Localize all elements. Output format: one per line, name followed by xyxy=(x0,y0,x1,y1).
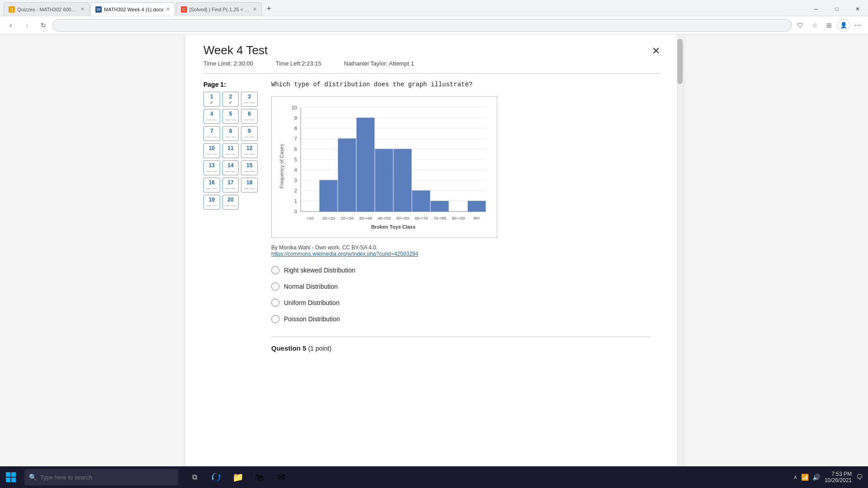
svg-text:9: 9 xyxy=(294,115,297,121)
taskbar-time: 7:53 PM xyxy=(831,471,852,477)
option-label-opt4: Poisson Distribution xyxy=(284,315,340,323)
nav-item-14[interactable]: 14— — xyxy=(222,160,239,175)
svg-text:3: 3 xyxy=(294,178,297,183)
nav-item-3[interactable]: 3— — xyxy=(241,92,258,107)
svg-rect-29 xyxy=(394,149,411,211)
quiz-close-button[interactable]: ✕ xyxy=(652,45,660,57)
svg-text:0: 0 xyxy=(294,209,297,214)
nav-item-20[interactable]: 20— — xyxy=(222,195,239,210)
network-icon[interactable]: 📶 xyxy=(801,474,809,481)
nav-item-number: 16 xyxy=(209,179,215,186)
minimize-button[interactable]: ─ xyxy=(806,2,826,16)
nav-item-status: — — xyxy=(244,169,255,174)
option-item-opt3[interactable]: Uniform Distribution xyxy=(271,299,651,307)
nav-item-12[interactable]: 12— — xyxy=(241,143,258,158)
quiz-modal: Week 4 Test ✕ Time Limit: 2:30:00 Time L… xyxy=(185,34,683,466)
shield-icon[interactable]: 🛡 xyxy=(794,19,807,32)
quiz-title: Week 4 Test xyxy=(203,43,268,57)
time-limit: Time Limit: 2:30:00 xyxy=(203,60,253,67)
nav-item-16[interactable]: 16— — xyxy=(203,178,220,192)
tab1-favicon: Q xyxy=(9,6,15,13)
tab3-label: [Solved] ) Find P(-1.25 < Z < 1. F... xyxy=(189,7,250,12)
tab2-close[interactable]: ✕ xyxy=(166,6,170,12)
address-bar[interactable]: https://myclassroom.apus.edu/d2l/lms/qui… xyxy=(52,19,792,32)
nav-item-11[interactable]: 11— — xyxy=(222,143,239,158)
nav-item-19[interactable]: 19— — xyxy=(203,195,220,210)
option-item-opt4[interactable]: Poisson Distribution xyxy=(271,315,651,323)
scrollbar-track[interactable] xyxy=(677,34,683,466)
option-item-opt1[interactable]: Right skewed Distribution xyxy=(271,266,651,274)
svg-text:8: 8 xyxy=(294,126,297,131)
tab-quizzes[interactable]: Q Quizzes - MATH302 8005 Fall 20... ✕ xyxy=(4,2,90,16)
taskbar-clock[interactable]: 7:53 PM 10/26/2021 xyxy=(825,471,852,483)
radio-opt4[interactable] xyxy=(271,315,279,323)
attribution-link[interactable]: https://commons.wikimedia.org/w/index.ph… xyxy=(271,251,418,257)
tab3-close[interactable]: ✕ xyxy=(253,6,257,12)
task-view-button[interactable]: ⧉ xyxy=(184,467,204,487)
edge-browser-taskbar[interactable] xyxy=(206,467,226,487)
menu-button[interactable]: ⋯ xyxy=(852,19,864,32)
start-button[interactable] xyxy=(0,466,22,488)
radio-opt1[interactable] xyxy=(271,266,279,274)
nav-item-4[interactable]: 4— — xyxy=(203,109,220,124)
windows-logo-icon xyxy=(6,472,16,482)
star-icon[interactable]: ☆ xyxy=(808,19,821,32)
svg-text:70-<80: 70-<80 xyxy=(434,216,446,221)
svg-rect-25 xyxy=(320,180,337,211)
search-input[interactable] xyxy=(40,474,174,481)
browser-tabs: Q Quizzes - MATH302 8005 Fall 20... ✕ W … xyxy=(0,2,806,16)
nav-item-status: — — xyxy=(244,100,255,105)
mail-taskbar[interactable]: ✉ xyxy=(271,467,291,487)
taskbar: 🔍 ⧉ 📁 🛍 ✉ ∧ 📶 🔊 7:53 PM 10/26/2021 🗨 xyxy=(0,466,868,488)
nav-item-9[interactable]: 9— — xyxy=(241,126,258,141)
nav-item-5[interactable]: 5— — xyxy=(222,109,239,124)
nav-item-status: — — xyxy=(226,169,236,174)
radio-opt2[interactable] xyxy=(271,282,279,291)
nav-item-13[interactable]: 13— — xyxy=(203,160,220,175)
taskbar-search-box[interactable]: 🔍 xyxy=(24,469,178,485)
new-tab-button[interactable]: + xyxy=(263,2,275,15)
main-content: Week 4 Test ✕ Time Limit: 2:30:00 Time L… xyxy=(0,34,868,466)
option-item-opt2[interactable]: Normal Distribution xyxy=(271,282,651,291)
svg-rect-32 xyxy=(468,201,486,211)
question5-label: Question 5 xyxy=(271,344,307,352)
nav-item-15[interactable]: 15— — xyxy=(241,160,258,175)
nav-item-status: — — xyxy=(226,134,236,139)
svg-text:6: 6 xyxy=(294,146,297,152)
nav-item-status: — — xyxy=(244,134,255,139)
back-button[interactable]: ‹ xyxy=(4,18,18,33)
svg-rect-47 xyxy=(11,478,16,482)
chevron-up-icon[interactable]: ∧ xyxy=(793,474,797,480)
file-explorer-taskbar[interactable]: 📁 xyxy=(228,467,248,487)
tab1-close[interactable]: ✕ xyxy=(80,6,85,12)
quiz-header: Week 4 Test ✕ xyxy=(203,43,660,57)
tab-math302-docx[interactable]: W MATH302 Week 4 (1).docx ✕ xyxy=(90,2,175,16)
nav-item-17[interactable]: 17— — xyxy=(222,178,239,192)
nav-item-7[interactable]: 7— — xyxy=(203,126,220,141)
volume-icon[interactable]: 🔊 xyxy=(812,474,820,481)
collections-icon[interactable]: ⊞ xyxy=(823,19,835,32)
reload-button[interactable]: ↻ xyxy=(36,18,51,33)
nav-item-6[interactable]: 6— — xyxy=(241,109,258,124)
close-button[interactable]: ✕ xyxy=(847,2,868,16)
scrollbar-thumb[interactable] xyxy=(677,39,683,84)
notification-icon[interactable]: 🗨 xyxy=(856,474,863,481)
store-taskbar[interactable]: 🛍 xyxy=(250,467,269,487)
nav-item-status: — — xyxy=(207,151,217,156)
maximize-button[interactable]: □ xyxy=(826,2,847,16)
attribution: By Monika Wahi - Own work, CC BY-SA 4.0,… xyxy=(271,244,651,257)
profile-icon[interactable]: 👤 xyxy=(837,19,850,32)
nav-item-number: 7 xyxy=(210,128,213,134)
nav-item-10[interactable]: 10— — xyxy=(203,143,220,158)
svg-rect-28 xyxy=(375,149,393,211)
nav-item-2[interactable]: 2✓ xyxy=(222,92,239,107)
nav-item-number: 1 xyxy=(210,94,213,100)
forward-button[interactable]: › xyxy=(20,18,34,33)
nav-item-18[interactable]: 18— — xyxy=(241,178,258,192)
nav-item-8[interactable]: 8— — xyxy=(222,126,239,141)
nav-item-status: — — xyxy=(207,203,217,208)
radio-opt3[interactable] xyxy=(271,299,279,307)
nav-item-1[interactable]: 1✓ xyxy=(203,92,220,107)
tab-solved[interactable]: C [Solved] ) Find P(-1.25 < Z < 1. F... … xyxy=(176,2,262,16)
svg-rect-30 xyxy=(412,191,430,211)
